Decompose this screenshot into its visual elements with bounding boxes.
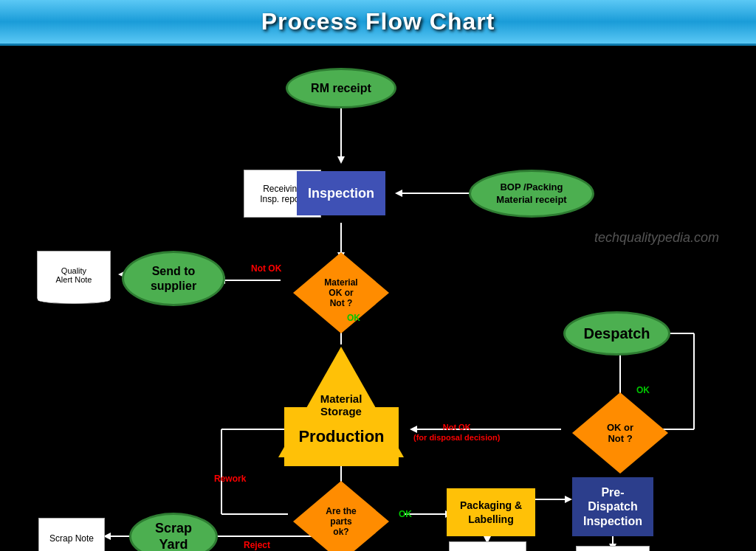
send-supplier-node: Send tosupplier [122,251,225,306]
reject-label: Reject [244,540,270,550]
header: Process Flow Chart [0,0,756,46]
page-title: Process Flow Chart [261,8,495,35]
flowchart: RM receipt BOP /PackingMaterial receipt … [0,46,756,551]
packing-std-node: as per packing std [449,541,526,551]
pdi-report-node: PDI Report [576,546,650,551]
svg-marker-19 [565,496,572,503]
scrap-note-node: Scrap Note [38,518,105,551]
main-container: Process Flow Chart [0,0,756,551]
ok-label-despatch: OK [636,385,650,395]
rm-receipt-node: RM receipt [286,68,396,108]
parts-ok-diamond: Are thepartsok? [293,481,389,551]
not-ok-label-1: Not OK [251,263,281,274]
material-ok-diamond: MaterialOK orNot ? [293,252,389,333]
not-ok-label-2: Not OK(for disposal decision) [413,422,500,443]
ok-label-parts: OK [399,509,412,519]
bop-packing-node: BOP /PackingMaterial receipt [469,170,594,218]
svg-marker-1 [337,156,345,164]
ok-label-1: OK [347,313,360,323]
pre-dispatch-node: Pre-DispatchInspection [572,477,653,536]
packaging-node: Packaging &Labelling [447,488,535,536]
despatch-node: Despatch [563,311,670,356]
quality-alert-node: QualityAlert Note [37,251,111,299]
rework-label: Rework [214,474,246,484]
watermark: techqualitypedia.com [594,230,719,246]
ok-or-not-diamond: OK orNot ? [572,392,668,474]
svg-marker-3 [395,190,402,197]
scrap-yard-node: ScrapYard [129,513,218,551]
inspection-node: Inspection [297,171,385,215]
